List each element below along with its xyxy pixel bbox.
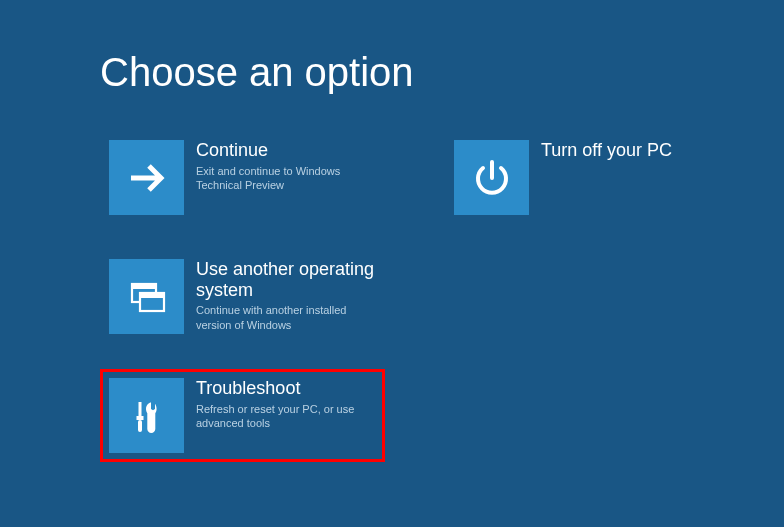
option-troubleshoot-title: Troubleshoot [196,378,371,399]
option-continue[interactable]: Continue Exit and continue to Windows Te… [100,131,385,224]
option-turnoff[interactable]: Turn off your PC [445,131,730,224]
option-another-os[interactable]: Use another operating system Continue wi… [100,250,385,343]
svg-rect-3 [140,293,164,298]
svg-rect-5 [136,416,143,420]
option-continue-desc: Exit and continue to Windows Technical P… [196,164,371,193]
option-troubleshoot-desc: Refresh or reset your PC, or use advance… [196,402,371,431]
svg-rect-1 [132,284,156,289]
option-another-os-title: Use another operating system [196,259,376,300]
page-title: Choose an option [100,50,784,95]
option-turnoff-title: Turn off your PC [541,140,672,161]
option-troubleshoot[interactable]: Troubleshoot Refresh or reset your PC, o… [100,369,385,462]
arrow-right-icon [109,140,184,215]
option-continue-title: Continue [196,140,371,161]
tools-icon [109,378,184,453]
option-another-os-desc: Continue with another installed version … [196,303,371,332]
svg-rect-6 [138,420,142,432]
windows-stack-icon [109,259,184,334]
power-icon [454,140,529,215]
svg-rect-4 [138,402,141,416]
options-grid: Continue Exit and continue to Windows Te… [100,131,784,462]
